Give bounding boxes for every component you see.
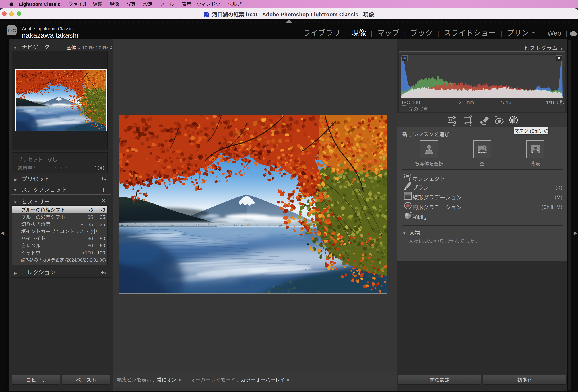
svg-text:CAT: CAT — [205, 15, 208, 17]
svg-text:LrC: LrC — [205, 12, 208, 15]
